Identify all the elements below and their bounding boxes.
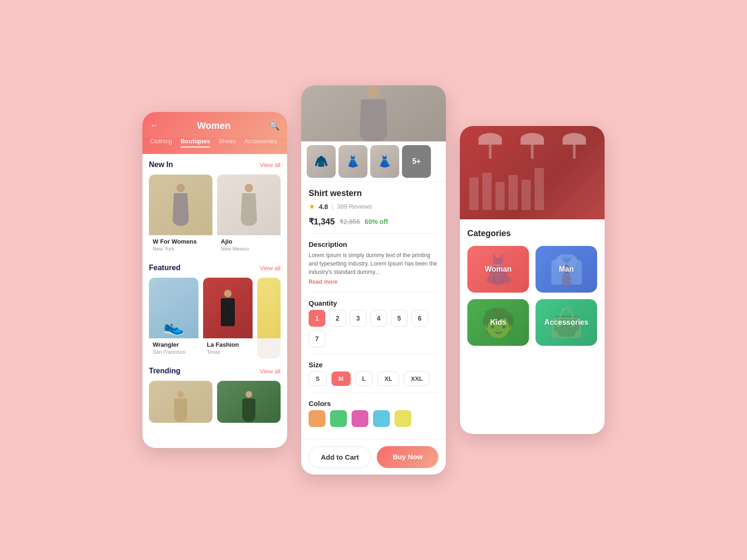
figure-body-2 [240, 193, 257, 226]
new-in-products: W For Womens New York Ajio New Mexico [149, 175, 281, 255]
search-icon[interactable]: 🔍 [269, 121, 280, 131]
product-info-1: W For Womens New York [149, 235, 212, 255]
qty-2[interactable]: 2 [329, 310, 346, 327]
category-accessories-label: Accessories [544, 318, 588, 327]
size-m[interactable]: M [331, 371, 351, 386]
product-name-la-fashion: La Fashion [207, 341, 249, 348]
tab-accessories[interactable]: Accessories [244, 138, 277, 147]
app-body: New In View all W For Womens New York [142, 154, 287, 429]
product-loc-wrangler: San Francisco [153, 349, 195, 355]
product-w-for-womens[interactable]: W For Womens New York [149, 175, 212, 255]
thumb-icon-2: 👗 [346, 155, 360, 168]
product-image-la-fashion [203, 278, 253, 338]
qty-3[interactable]: 3 [350, 310, 366, 327]
product-image-2 [217, 175, 281, 235]
product-ajio[interactable]: Ajio New Mexico [217, 175, 281, 255]
trend-product-1[interactable] [149, 381, 212, 423]
trending-view-all[interactable]: View all [260, 368, 281, 375]
featured-title: Featured [149, 264, 181, 272]
price-discount: 60% off [365, 218, 388, 225]
featured-section-header: Featured View all [149, 264, 281, 272]
trend-product-2[interactable] [217, 381, 281, 423]
category-accessories[interactable]: 👜 Accessories [536, 299, 597, 346]
product-image-partial [257, 278, 281, 338]
category-kids-label: Kids [490, 318, 507, 327]
size-xl[interactable]: XL [377, 371, 399, 386]
quantity-buttons: 1 2 3 4 5 6 7 [309, 310, 438, 347]
fhead-t1 [177, 391, 184, 398]
main-figure [359, 85, 388, 141]
app-header: ← Women 🔍 [142, 112, 287, 138]
header-title: Women [158, 120, 269, 131]
fbody-t2 [242, 399, 255, 422]
fhead-t2 [246, 391, 252, 398]
qty-7[interactable]: 7 [309, 330, 325, 347]
qty-1[interactable]: 1 [309, 310, 325, 327]
new-in-view-all[interactable]: View all [260, 161, 281, 168]
divider-2 [309, 292, 438, 293]
add-to-cart-button[interactable]: Add to Cart [309, 446, 371, 468]
thumb-2[interactable]: 👗 [338, 145, 367, 178]
product-title: Shirt western [309, 189, 438, 198]
product-thumbnails: 🧥 👗 👗 5+ [301, 141, 446, 182]
product-name-1: W For Womens [153, 238, 209, 245]
thumb-more[interactable]: 5+ [402, 145, 431, 178]
category-man[interactable]: 👔 Man [536, 246, 597, 293]
figure-head-2 [245, 184, 253, 192]
product-name-wrangler: Wrangler [153, 341, 195, 348]
figure-3 [221, 290, 235, 326]
tab-boutiques[interactable]: Boutiques [181, 138, 211, 147]
product-wrangler[interactable]: 👟 Wrangler San Francisco [149, 278, 198, 358]
product-la-fashion[interactable]: La Fashion Texas [203, 278, 253, 358]
thumb-3[interactable]: 👗 [370, 145, 399, 178]
color-green[interactable] [330, 410, 347, 427]
category-tabs: Clothing Boutiques Shoes Accessories [142, 138, 287, 154]
divider-3 [309, 354, 438, 354]
size-s[interactable]: S [309, 371, 327, 386]
rating-number: 4.8 [319, 203, 328, 210]
price-current: ₹1,345 [309, 217, 335, 227]
color-orange[interactable] [309, 410, 325, 427]
qty-4[interactable]: 4 [370, 310, 387, 327]
featured-view-all[interactable]: View all [260, 265, 281, 272]
size-l[interactable]: L [355, 371, 373, 386]
qty-5[interactable]: 5 [391, 310, 408, 327]
thumb-icon-3: 👗 [378, 155, 392, 168]
category-woman[interactable]: 👗 Woman [467, 246, 529, 293]
trending-section-header: Trending View all [149, 367, 281, 375]
trend-image-2 [217, 381, 281, 423]
trend-image-1 [149, 381, 212, 423]
new-in-title: New In [149, 161, 173, 169]
figure-head [176, 184, 185, 192]
product-partial [257, 278, 281, 358]
trending-products [149, 381, 281, 423]
size-xxl[interactable]: XXL [404, 371, 430, 386]
category-kids[interactable]: 🧒 Kids [467, 299, 529, 346]
color-cyan[interactable] [373, 410, 390, 427]
divider: | [331, 203, 333, 210]
size-label: Size [309, 361, 438, 369]
tab-shoes[interactable]: Shoes [218, 138, 236, 147]
figure-head-3 [224, 290, 232, 297]
read-more-link[interactable]: Read more [309, 279, 338, 285]
tab-clothing[interactable]: Clothing [150, 138, 172, 147]
back-button[interactable]: ← [150, 121, 158, 131]
product-loc-la-fashion: Texas [207, 349, 249, 355]
figure-2 [240, 184, 257, 226]
product-detail-card: 🧥 👗 👗 5+ Shirt western ★ 4.8 | 389 Revie… [301, 85, 446, 475]
divider-4 [309, 392, 438, 393]
qty-6[interactable]: 6 [411, 310, 428, 327]
buy-now-button[interactable]: Buy Now [377, 446, 438, 468]
figure-body [172, 193, 189, 226]
color-yellow[interactable] [395, 410, 411, 427]
categories-title: Categories [467, 229, 597, 238]
product-name-2: Ajio [221, 238, 277, 245]
figure-t1 [174, 391, 187, 422]
featured-products: 👟 Wrangler San Francisco La Fashion Texa… [149, 278, 281, 358]
color-swatches [309, 410, 438, 427]
product-info-la-fashion: La Fashion Texas [203, 338, 253, 358]
banner-overlay [460, 126, 605, 219]
product-footer: Add to Cart Buy Now [301, 439, 446, 475]
color-pink[interactable] [352, 410, 368, 427]
thumb-1[interactable]: 🧥 [307, 145, 336, 178]
